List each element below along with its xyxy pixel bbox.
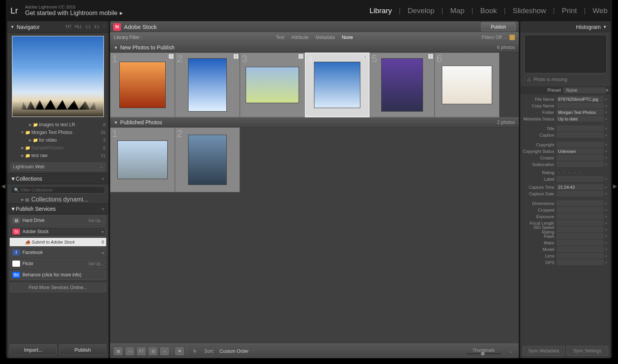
module-develop[interactable]: Develop (407, 7, 435, 15)
navigator-header[interactable]: ▼ Navigator FITFILL1:13:1⌃ (7, 21, 109, 33)
survey-view-icon[interactable]: ▤ (149, 347, 157, 355)
flag-icon[interactable]: ! (299, 54, 303, 59)
meta-creator[interactable]: Creator≡ (520, 154, 611, 161)
adobe-stock-icon: St (113, 23, 121, 31)
import-button[interactable]: Import... (10, 344, 57, 355)
publish-services-header[interactable]: ▼ Publish Services ＋ (7, 203, 109, 214)
meta-cropped[interactable]: Cropped≡ (520, 207, 611, 213)
sync-metadata-button[interactable]: Sync Metadata (523, 346, 565, 356)
add-collection-icon[interactable]: ＋ (100, 175, 105, 182)
meta-iso-speed-rating[interactable]: ISO Speed Rating≡ (520, 226, 611, 233)
loupe-view-icon[interactable]: ▭ (126, 347, 134, 355)
meta-gps[interactable]: GPS≡ (520, 259, 611, 266)
header-publish-button[interactable]: Publish (481, 22, 516, 31)
sort-value[interactable]: Custom Order (219, 349, 248, 354)
publish-service-behance-click-for-more-info-[interactable]: BēBehance (click for more info) (10, 270, 106, 280)
folder-item[interactable]: ▶📁for video3 (7, 136, 109, 144)
meta-folder[interactable]: FolderMorgan Test Photos≡ (520, 109, 611, 115)
expand-left-handle[interactable]: ◀ (1, 182, 5, 190)
publish-service-flickr[interactable]: ••FlickrSet Up... (10, 259, 106, 269)
meta-lens[interactable]: Lens≡ (520, 252, 611, 259)
navigator-preview[interactable] (12, 36, 104, 117)
module-slideshow[interactable]: Slideshow (513, 7, 546, 15)
module-print[interactable]: Print (562, 7, 577, 15)
photo-cell[interactable]: 2 (175, 127, 240, 192)
meta-flash[interactable]: Flash≡ (520, 233, 611, 239)
filter-metadata[interactable]: Metadata (316, 35, 335, 40)
folder-item[interactable]: ▼📁Morgan Test Photos15 (7, 129, 109, 136)
app-logo: Lr (10, 6, 22, 16)
publish-service-hard-drive[interactable]: ⊟Hard DriveSet Up... (10, 215, 106, 225)
flag-icon[interactable]: ! (363, 55, 367, 59)
photo-cell[interactable]: 6 (435, 52, 499, 117)
filter-collections-input[interactable]: 🔍 Filter Collections (10, 186, 105, 194)
photo-cell[interactable]: 2! (175, 52, 240, 117)
meta-file-name[interactable]: File Name87876256noIPTC.jpg≡ (520, 96, 611, 102)
publish-service-facebook[interactable]: fFacebook◂ (10, 247, 106, 257)
add-service-icon[interactable]: ＋ (100, 205, 105, 212)
folder-item[interactable]: ▶📁SamplePictures0 (7, 144, 109, 152)
zoom-FIT[interactable]: FIT (66, 25, 71, 29)
meta-sublocation[interactable]: Sublocation≡ (520, 161, 611, 168)
meta-title[interactable]: Title≡ (520, 125, 611, 132)
meta-capture-date[interactable]: Capture Date≡ (520, 190, 611, 197)
collections-header[interactable]: ▼ Collections ＋ (7, 173, 109, 184)
flag-icon[interactable]: ! (169, 54, 173, 59)
section-new-photos[interactable]: ▼ New Photos to Publish 6 photos (110, 42, 519, 52)
photo-cell[interactable]: 5! (370, 52, 435, 117)
compare-view-icon[interactable]: XY (137, 347, 146, 355)
meta-metadata-status[interactable]: Metadata StatusUp to date≡ (520, 115, 611, 122)
photo-cell[interactable]: 4! (305, 52, 370, 117)
thumbnail-size-slider[interactable]: Thumbnails (466, 348, 501, 354)
publish-button[interactable]: Publish (59, 344, 106, 355)
meta-make[interactable]: Make≡ (520, 239, 611, 246)
module-map[interactable]: Map (450, 7, 465, 15)
painter-icon[interactable]: ✱ (175, 347, 184, 355)
meta-model[interactable]: Model≡ (520, 246, 611, 252)
grid-view-icon[interactable]: ▦ (114, 347, 122, 355)
search-icon: 🔍 (14, 188, 19, 193)
photo-cell[interactable]: 1! (110, 52, 175, 117)
rating-row[interactable]: Rating · · · · · (520, 169, 611, 176)
sync-settings-button[interactable]: Sync Settings (566, 346, 608, 356)
lock-icon[interactable] (509, 35, 515, 40)
module-book[interactable]: Book (480, 7, 497, 15)
histogram-header[interactable]: Histogram ▼ (520, 21, 611, 32)
expand-right-handle[interactable]: ▶ (613, 182, 617, 190)
publish-collection[interactable]: 📤 Submit to Adobe Stock8 (10, 238, 106, 246)
meta-copy-name[interactable]: Copy Name≡ (520, 102, 611, 109)
filter-text[interactable]: Text (276, 35, 284, 40)
folder-item[interactable]: ▶📁images to test LR8 (7, 121, 109, 129)
meta-caption[interactable]: Caption≡ (520, 132, 611, 138)
navigator-zooms[interactable]: FITFILL1:13:1⌃ (66, 25, 105, 29)
section-published-photos[interactable]: ▼ Published Photos 2 photos (110, 117, 519, 127)
photo-cell[interactable]: 1 (110, 127, 175, 192)
meta-exposure[interactable]: Exposure≡ (520, 213, 611, 220)
flag-icon[interactable]: ! (234, 54, 238, 59)
module-web[interactable]: Web (593, 7, 608, 15)
get-started-link[interactable]: Get started with Lightroom mobile ▸ (25, 9, 123, 17)
collection-item[interactable]: ▶▦ Collections dynami... (7, 196, 109, 203)
sort-direction-icon[interactable]: ⇅ (190, 347, 199, 355)
flag-icon[interactable]: ! (428, 54, 433, 59)
zoom-1:1[interactable]: 1:1 (85, 25, 91, 29)
filters-off-toggle[interactable]: Filters Off (482, 35, 502, 40)
find-more-services-button[interactable]: Find More Services Online... (10, 283, 106, 292)
meta-capture-time[interactable]: Capture Time21:24:43≡ (520, 184, 611, 190)
photo-cell[interactable]: 3! (240, 52, 305, 117)
publish-service-adobe-stock[interactable]: StAdobe Stock▾ (10, 227, 106, 237)
meta-copyright-status[interactable]: Copyright StatusUnknown≡ (520, 148, 611, 154)
meta-dimensions[interactable]: Dimensions≡ (520, 200, 611, 207)
zoom-FILL[interactable]: FILL (75, 25, 82, 29)
metadata-preset-row[interactable]: Preset None ≡ (520, 86, 611, 94)
toolbar-expand-icon[interactable]: ⌄ (507, 347, 515, 355)
people-view-icon[interactable]: ☺ (160, 347, 169, 355)
filter-attribute[interactable]: Attribute (291, 35, 309, 40)
lightroom-web-button[interactable]: Lightroom Web ⌄ (10, 163, 105, 171)
meta-copyright[interactable]: Copyright≡ (520, 141, 611, 148)
folder-item[interactable]: ▶📁test raw11 (7, 152, 109, 159)
zoom-3:1[interactable]: 3:1 (94, 25, 99, 29)
module-library[interactable]: Library (369, 7, 392, 15)
filter-none[interactable]: None (342, 35, 353, 40)
label-row[interactable]: Label ≡ (520, 176, 611, 182)
